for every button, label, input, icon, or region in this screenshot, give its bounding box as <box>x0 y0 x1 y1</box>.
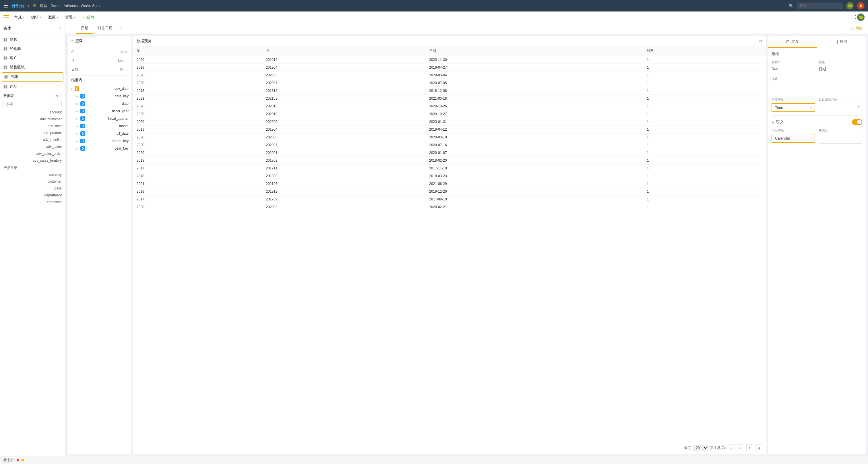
default-hier-select[interactable]: ▾ <box>818 103 862 110</box>
cell-r16-c3: 1 <box>644 180 766 188</box>
menu-item-data[interactable]: 数据 ▾ <box>45 13 61 21</box>
table-item-adv-reseller[interactable]: adv_reseller <box>0 136 65 143</box>
cell-r19-c3: 1 <box>644 203 766 211</box>
menu-item-edit[interactable]: 编辑 ▾ <box>28 13 44 21</box>
cell-r9-c1: 201904 <box>262 126 426 133</box>
sidebar-search-input[interactable] <box>3 101 62 107</box>
badge-D-date-key: D <box>81 94 85 98</box>
expand-fiscal-year[interactable]: ▶ <box>76 110 79 113</box>
expand-month[interactable]: ▶ <box>76 125 79 128</box>
tab-add-button[interactable]: + <box>117 25 125 31</box>
name-input[interactable] <box>772 65 815 72</box>
collapse-icon[interactable]: ∧ <box>772 120 774 124</box>
sidebar-item-date[interactable]: 日期 <box>2 72 63 82</box>
entity-icon <box>3 47 7 51</box>
table-item-adv-sales-order[interactable]: adv_sales_order <box>0 150 65 157</box>
right-user-icon[interactable]: 🐸 <box>857 13 865 21</box>
user-avatar[interactable]: 🐸 <box>846 2 854 9</box>
first-page-button[interactable]: |‹ <box>728 444 735 452</box>
expand-fiscal-quarter[interactable]: ▶ <box>76 117 79 120</box>
cell-r15-c2: 2018-03-23 <box>426 172 643 180</box>
prev-page-button[interactable]: ‹ <box>737 444 744 452</box>
expand-full-date[interactable]: ▶ <box>76 132 79 135</box>
topbar-search-input[interactable] <box>797 3 843 9</box>
format-label: 格式化 <box>818 128 862 133</box>
refresh-tables-button[interactable]: ↻ <box>55 94 58 98</box>
menu-item-query[interactable]: ✓ 查询 <box>79 13 97 21</box>
sidebar-item-sales-region[interactable]: 销售区域 <box>0 63 65 72</box>
build-section-title: 建模 <box>772 52 862 57</box>
badge-D-full-date: D <box>81 131 85 136</box>
desc-input[interactable] <box>772 82 862 93</box>
hier-item-month[interactable]: 月 Month <box>68 56 131 65</box>
cell-r9-c0: 2019 <box>133 126 262 133</box>
hier-item-year[interactable]: 年 Year <box>68 48 131 56</box>
table-item-customer[interactable]: customer <box>0 178 65 185</box>
table-item-adv-date[interactable]: adv_date <box>0 123 65 129</box>
dim-type-select[interactable]: Time ▾ <box>772 103 815 112</box>
expand-month-key[interactable]: ▶ <box>76 140 79 143</box>
table-item-account[interactable]: account <box>0 109 65 116</box>
entity-icon <box>3 56 7 60</box>
toggle-switch[interactable] <box>852 119 862 125</box>
cell-r12-c3: 1 <box>644 149 766 157</box>
dim-child-fiscal-quarter[interactable]: ▶ D fiscal_quarter <box>68 115 131 122</box>
last-page-button[interactable]: ›| <box>755 444 763 452</box>
expand-date-key[interactable]: ▶ <box>76 95 79 98</box>
table-item-days[interactable]: days <box>0 185 65 192</box>
format-select[interactable] <box>818 134 862 144</box>
tab-date[interactable]: 日期 <box>76 23 93 34</box>
dim-child-year-key[interactable]: ▶ D year_key <box>68 145 131 152</box>
dim-child-month[interactable]: ▶ D month <box>68 122 131 130</box>
center-right-area: ⋮ 日期 财务日历 + ⬡ 属性 <box>65 23 868 456</box>
property-icon: ⬡ <box>851 26 854 31</box>
dim-type-group: 维度类型 Time ▾ <box>772 98 815 112</box>
hier-item-date[interactable]: 日期 Date <box>68 65 131 74</box>
table-item-adv-product[interactable]: adv_product <box>0 129 65 136</box>
dim-child-full-date[interactable]: ▶ D full_date <box>68 130 131 137</box>
sidebar-item-customer[interactable]: 客户 <box>0 53 65 63</box>
menu-icon[interactable]: ☰ <box>3 3 8 9</box>
dim-type-chevron: ▾ <box>810 106 812 109</box>
per-page-select[interactable]: 20 50 100 <box>693 445 708 451</box>
table-item-department[interactable]: department <box>0 192 65 199</box>
tab-dimension[interactable]: ⊞ 维度 <box>768 36 817 48</box>
back-button[interactable]: ‹ <box>28 3 29 8</box>
cell-r17-c1: 201912 <box>262 188 426 195</box>
refresh-button[interactable]: ↻ <box>759 39 763 43</box>
cell-r10-c1: 202003 <box>262 133 426 141</box>
dim-child-date[interactable]: ▶ D date <box>68 100 131 107</box>
cell-r11-c2: 2020-07-16 <box>426 141 643 149</box>
dim-table-row-adv-date[interactable]: ▼ E adv_date <box>68 85 131 92</box>
expand-adv-date[interactable]: ▼ <box>70 87 73 90</box>
dim-child-date-key[interactable]: ▶ D date_key <box>68 92 131 100</box>
menu-icon-btn[interactable] <box>3 15 9 19</box>
table-item-employee[interactable]: employee <box>0 199 65 206</box>
dim-child-fiscal-year[interactable]: ▶ D fiscal_year <box>68 107 131 115</box>
expand-date[interactable]: ▶ <box>76 102 79 105</box>
entity-icon <box>3 38 7 42</box>
table-item-adv-sales-territory[interactable]: adv_sales_territory <box>0 157 65 164</box>
cell-r16-c1: 202106 <box>262 180 426 188</box>
sidebar-item-product[interactable]: 产品 <box>0 82 65 91</box>
tab-fiscal-calendar[interactable]: 财务日历 <box>93 23 117 34</box>
table-item-adv-sales[interactable]: adv_sales <box>0 143 65 150</box>
sidebar-item-distributor[interactable]: 经销商 <box>0 44 65 53</box>
expand-year-key[interactable]: ▶ <box>76 147 79 150</box>
table-item-currency[interactable]: currency <box>0 171 65 178</box>
notify-icon[interactable]: 🔔 <box>857 2 865 9</box>
fullscreen-button[interactable]: ⛶ <box>851 14 856 20</box>
tab-more-button[interactable]: ⋮ <box>68 26 76 31</box>
tab-data[interactable]: [] 数据 <box>817 36 866 48</box>
next-page-button[interactable]: › <box>746 444 753 452</box>
menu-item-manage[interactable]: 管理 ▾ <box>62 13 78 21</box>
sem-type-select[interactable]: Calendar ▾ <box>772 134 815 143</box>
table-item-adv-customer[interactable]: adv_customer <box>0 116 65 123</box>
cell-r6-c3: 1 <box>644 102 766 110</box>
sidebar-add-button[interactable]: + <box>59 25 62 31</box>
sidebar-item-sales[interactable]: 销售 <box>0 35 65 44</box>
upload-tables-button[interactable]: ↑ <box>60 94 62 98</box>
property-bar[interactable]: ⬡ 属性 <box>847 23 866 34</box>
dim-child-month-key[interactable]: ▶ D month_key <box>68 137 131 145</box>
menu-item-regular[interactable]: 常规 ▾ <box>11 13 27 21</box>
